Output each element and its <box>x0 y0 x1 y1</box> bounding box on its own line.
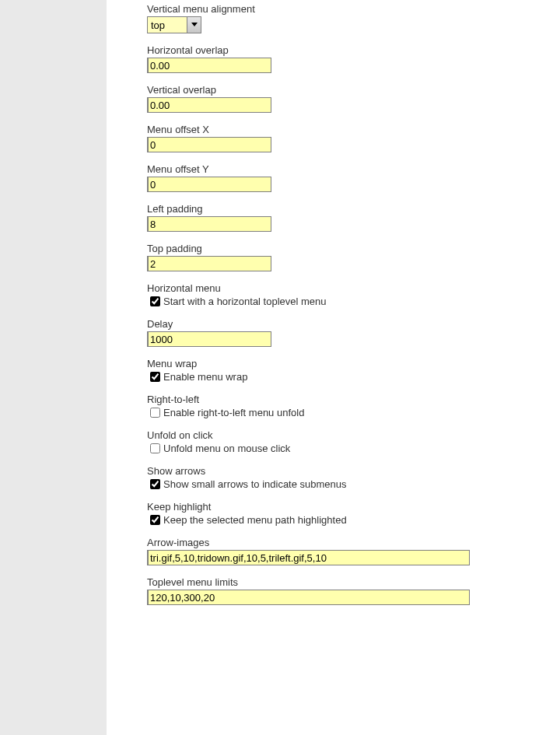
sidebar <box>0 0 107 735</box>
horizontal-menu-field: Horizontal menu Start with a horizontal … <box>147 282 560 307</box>
top-padding-input[interactable] <box>147 256 271 271</box>
show-arrows-checkbox-label: Show small arrows to indicate submenus <box>163 478 347 490</box>
unfold-on-click-checkbox-label: Unfold menu on mouse click <box>163 443 290 454</box>
vertical-overlap-label: Vertical overlap <box>147 84 560 96</box>
left-padding-field: Left padding <box>147 203 560 232</box>
keep-highlight-checkbox-label: Keep the selected menu path highlighted <box>163 514 347 526</box>
left-padding-label: Left padding <box>147 203 560 215</box>
vertical-overlap-input[interactable] <box>147 97 271 113</box>
menu-wrap-label: Menu wrap <box>147 358 560 369</box>
keep-highlight-label: Keep highlight <box>147 501 560 513</box>
toplevel-menu-limits-field: Toplevel menu limits <box>147 576 560 605</box>
top-padding-label: Top padding <box>147 243 560 254</box>
horizontal-menu-label: Horizontal menu <box>147 282 560 294</box>
unfold-on-click-field: Unfold on click Unfold menu on mouse cli… <box>147 429 560 454</box>
toplevel-menu-limits-input[interactable] <box>147 590 470 605</box>
vertical-menu-alignment-field: Vertical menu alignment top <box>147 3 560 33</box>
top-padding-field: Top padding <box>147 243 560 271</box>
keep-highlight-field: Keep highlight Keep the selected menu pa… <box>147 501 560 526</box>
show-arrows-field: Show arrows Show small arrows to indicat… <box>147 465 560 490</box>
keep-highlight-checkbox[interactable] <box>150 515 160 525</box>
delay-input[interactable] <box>147 331 271 347</box>
vertical-menu-alignment-select[interactable]: top <box>147 16 201 33</box>
right-to-left-checkbox-label: Enable right-to-left menu unfold <box>163 407 304 418</box>
menu-wrap-checkbox[interactable] <box>150 372 160 382</box>
vertical-overlap-field: Vertical overlap <box>147 84 560 113</box>
menu-offset-x-field: Menu offset X <box>147 124 560 152</box>
horizontal-overlap-label: Horizontal overlap <box>147 44 560 56</box>
arrow-images-field: Arrow-images <box>147 537 560 565</box>
right-to-left-checkbox[interactable] <box>150 408 160 418</box>
vertical-menu-alignment-label: Vertical menu alignment <box>147 3 560 15</box>
horizontal-menu-checkbox-label: Start with a horizontal toplevel menu <box>163 296 327 307</box>
right-to-left-field: Right-to-left Enable right-to-left menu … <box>147 394 560 418</box>
unfold-on-click-checkbox[interactable] <box>150 443 160 453</box>
horizontal-overlap-input[interactable] <box>147 58 271 73</box>
menu-offset-x-label: Menu offset X <box>147 124 560 135</box>
menu-wrap-checkbox-label: Enable menu wrap <box>163 371 247 383</box>
right-to-left-label: Right-to-left <box>147 394 560 405</box>
menu-offset-y-input[interactable] <box>147 177 271 192</box>
left-padding-input[interactable] <box>147 216 271 232</box>
horizontal-menu-checkbox[interactable] <box>150 296 160 306</box>
menu-offset-y-field: Menu offset Y <box>147 163 560 192</box>
arrow-images-label: Arrow-images <box>147 537 560 548</box>
menu-wrap-field: Menu wrap Enable menu wrap <box>147 358 560 383</box>
vertical-menu-alignment-value: top <box>148 17 187 33</box>
show-arrows-checkbox[interactable] <box>150 479 160 489</box>
menu-offset-y-label: Menu offset Y <box>147 163 560 175</box>
unfold-on-click-label: Unfold on click <box>147 429 560 441</box>
show-arrows-label: Show arrows <box>147 465 560 477</box>
horizontal-overlap-field: Horizontal overlap <box>147 44 560 73</box>
toplevel-menu-limits-label: Toplevel menu limits <box>147 576 560 588</box>
dropdown-arrow-icon[interactable] <box>187 17 201 33</box>
delay-label: Delay <box>147 318 560 330</box>
delay-field: Delay <box>147 318 560 347</box>
menu-offset-x-input[interactable] <box>147 137 271 152</box>
arrow-images-input[interactable] <box>147 550 470 565</box>
form-content: Vertical menu alignment top Horizontal o… <box>107 0 560 735</box>
